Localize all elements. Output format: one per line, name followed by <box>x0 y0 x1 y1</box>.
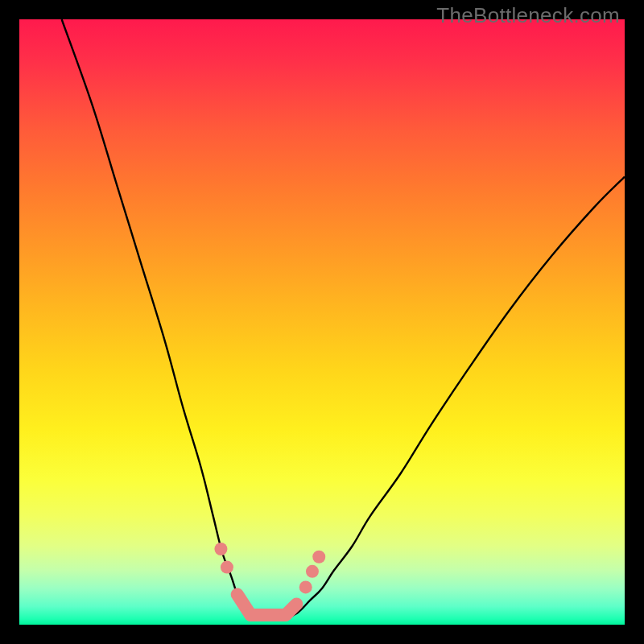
data-point-marker <box>306 565 319 578</box>
data-point-marker <box>221 561 233 574</box>
right-curve <box>286 177 625 619</box>
chart-plot-area <box>19 19 625 625</box>
data-point-marker <box>312 551 325 564</box>
chart-svg <box>19 19 625 625</box>
watermark-text: TheBottleneck.com <box>436 3 620 28</box>
valley-highlight <box>237 594 297 615</box>
data-point-marker <box>299 580 312 593</box>
data-point-marker <box>214 543 227 555</box>
left-curve <box>62 19 262 618</box>
highlight-segment <box>237 594 251 615</box>
highlight-segment <box>286 604 297 615</box>
data-markers <box>214 543 325 593</box>
